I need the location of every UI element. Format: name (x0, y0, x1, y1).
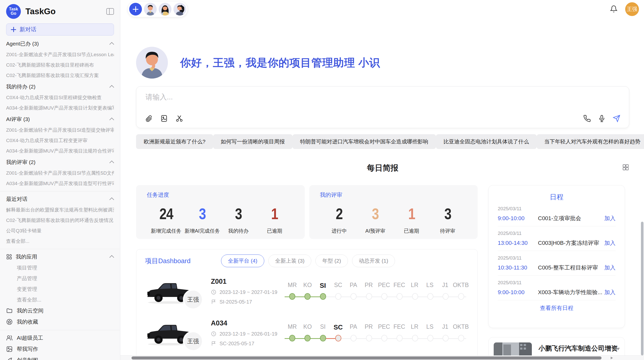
chat-input[interactable] (145, 93, 451, 101)
layout-grid-icon[interactable] (622, 164, 629, 171)
section-header-my-todo[interactable]: 我的待办 (2) (6, 81, 114, 92)
new-chat-button[interactable]: 新对话 (6, 23, 114, 36)
sidebar-item[interactable]: C0X4-动力总成开发项目工程变更评审 (6, 135, 114, 146)
join-button[interactable]: 加入 (604, 215, 616, 222)
schedule-title: 日程 (498, 192, 616, 202)
pen-icon (6, 357, 13, 360)
section-header-my-review[interactable]: 我的评审 (2) (6, 157, 114, 168)
section-header-agent-done[interactable]: Agent已办 (3) (6, 38, 114, 49)
logo-text-top: Task (9, 7, 18, 11)
tab-new-platform[interactable]: 全新平台 (4) (221, 254, 264, 267)
chevron-up-icon[interactable] (109, 117, 114, 122)
suggestion-chip[interactable]: 当下年轻人对汽车外观有怎样的喜好趋势 (537, 134, 644, 149)
member-avatar-3[interactable] (173, 3, 186, 16)
section-header-ai-review[interactable]: AI评审 (3) (6, 114, 114, 125)
milestone-dots (285, 293, 469, 301)
stat-label: 待评审 (440, 228, 455, 234)
chevron-up-icon[interactable] (109, 255, 114, 260)
suggestion-chip[interactable]: 比亚迪全固态电池计划具体说了什么 (436, 134, 537, 149)
sidebar-item[interactable]: C02-飞腾新能源轻客改款项目立项汇报方案 (6, 70, 114, 81)
tab-model-year[interactable]: 年型 (2) (315, 254, 348, 267)
sidebar-header: Task Go TaskGo (6, 4, 114, 19)
suggestion-chip[interactable]: 特朗普可能对进口汽车增税会对中国车企造成哪些影响 (292, 134, 436, 149)
add-member-button[interactable] (129, 3, 142, 16)
sidebar-item[interactable]: A034-全新新能源MUV产品开发项目计划变更表编写 (6, 103, 114, 113)
join-button[interactable]: 加入 (604, 239, 616, 247)
sidebar-item[interactable]: C02-飞腾新能源轻客改款项目里程碑画布 (6, 60, 114, 70)
recent-view-all[interactable]: 查看全部... (6, 236, 114, 246)
scroll-down-arrow[interactable] (616, 348, 620, 350)
event-date: 2025/03/11 (498, 231, 616, 236)
vertical-scrollbar[interactable] (641, 222, 643, 355)
horizontal-scrollbar-track[interactable] (120, 355, 644, 360)
sidebar-item[interactable]: A034-全新新能源MUV产品开发项目造型可行性评审 (6, 178, 114, 189)
sidebar-item-favorites[interactable]: 我的收藏 (6, 316, 114, 327)
project-row-a034[interactable]: 王强 A034 (145, 315, 469, 351)
recent-chat-item[interactable]: C02-飞腾新能源轻客改款项目的闭环通告反馈情况 (6, 215, 114, 226)
sidebar-item-project-mgmt[interactable]: 项目管理 (6, 262, 114, 273)
project-row-z001[interactable]: 王强 Z001 (145, 273, 469, 309)
sidebar-item-product-mgmt[interactable]: 产品管理 (6, 273, 114, 284)
sidebar-item[interactable]: C0X4-动力总成开发项目SI里程碑提交物检查 (6, 92, 114, 103)
recent-chat-item[interactable]: 解释最新出台的欧盟报废车法规再生塑料比例被调至15%... (6, 205, 114, 215)
image-upload-icon[interactable] (160, 115, 168, 122)
chevron-up-icon[interactable] (109, 85, 114, 89)
app-window: Task Go TaskGo 新对话 Agent已办 (3) Z001-全新燃油… (0, 0, 644, 360)
horizontal-scrollbar-thumb[interactable] (131, 356, 602, 359)
topbar: 王强 (120, 0, 644, 18)
sidebar-item-ai-super-staff[interactable]: AI超级员工 (6, 332, 114, 343)
tab-new-body[interactable]: 全新上装 (3) (268, 254, 312, 267)
chevron-up-icon[interactable] (109, 197, 114, 202)
apps-view-all[interactable]: 查看全部... (6, 294, 114, 305)
owner-name: 王强 (187, 337, 199, 345)
attachment-icon[interactable] (145, 115, 153, 122)
event-name: C001-立项审批会 (538, 215, 604, 222)
chevron-up-icon[interactable] (109, 42, 114, 47)
scroll-right-arrow[interactable] (611, 357, 613, 359)
phone-call-icon[interactable] (583, 115, 591, 122)
scissors-icon[interactable] (175, 115, 183, 122)
section-header-recent[interactable]: 最近对话 (6, 193, 114, 205)
project-dates: 2023-12-19 ~ 2027-01-19 (211, 289, 282, 295)
sidebar-item-help-write[interactable]: 帮我写作 (6, 343, 114, 355)
sidebar-item-change-mgmt[interactable]: 变更管理 (6, 284, 114, 294)
suggestion-chip[interactable]: 如何写一份清晰的项目周报 (213, 134, 292, 149)
milestone-track: MR KO SI SC PA PR PEC FEC LR LS (285, 323, 469, 342)
owner-name: 王强 (187, 296, 199, 304)
suggestion-chip[interactable]: 欧洲新规最近颁布了什么? (136, 134, 213, 149)
sidebar-item[interactable]: Z001-全新燃油轻卡产品开发项目SI造型提交物评审 (6, 125, 114, 135)
dashboard-header: 项目Dashboard 全新平台 (4) 全新上装 (3) 年型 (2) 动总开… (145, 254, 469, 267)
sidebar-item[interactable]: Z001-全新燃油皮卡产品开发项目SI节点Lesson Learn报告 (6, 49, 114, 60)
sidebar-item[interactable]: Z001-全新燃油轻卡产品开发项目SI节点属性5D文件评审 (6, 168, 114, 178)
sidebar-item-cloud-space[interactable]: 我的云空间 (6, 305, 114, 316)
section-header-my-apps[interactable]: 我的应用 (6, 251, 114, 262)
member-avatar-1[interactable] (144, 3, 157, 16)
view-all-schedule-link[interactable]: 查看所有日程 (498, 304, 616, 312)
milestone-label: PEC (376, 282, 392, 290)
recent-chat-item[interactable]: 公司Q3轻卡销量 (6, 226, 114, 236)
user-avatar[interactable]: 王强 (625, 2, 639, 16)
microphone-icon[interactable] (598, 115, 606, 122)
topbar-right: 王强 (610, 2, 639, 16)
sidebar-collapse-icon[interactable] (106, 8, 114, 15)
ai-super-staff-label: AI超级员工 (17, 334, 43, 341)
stat-cards-row: 任务进度 24 新增完成任务 3 新增AI完成任务 (136, 185, 478, 239)
join-button[interactable]: 加入 (604, 289, 616, 296)
sidebar-item-creative-draw[interactable]: 创意制图 (6, 355, 114, 360)
send-icon[interactable] (613, 115, 620, 122)
join-button[interactable]: 加入 (604, 264, 616, 272)
clock-icon (211, 289, 216, 295)
dashboard-title: 项目Dashboard (145, 257, 191, 265)
stat-overdue: 1 已逾期 (257, 205, 292, 234)
milestone-dot (458, 293, 464, 300)
stat-ai-prereview: 3 AI预评审 (358, 205, 393, 234)
notification-bell-icon[interactable] (610, 5, 618, 13)
tab-powertrain[interactable]: 动总开发 (1) (352, 254, 395, 267)
creative-draw-label: 创意制图 (17, 357, 38, 360)
sidebar-item[interactable]: A034-全新新能源MUV产品开发项目法规符合性评审 (6, 146, 114, 156)
daily-briefing-title: 每日简报 (136, 163, 629, 173)
event-time: 13:00-14:30 (498, 240, 538, 246)
project-owner-badge: 王强 (183, 331, 203, 351)
chevron-up-icon[interactable] (109, 160, 114, 165)
member-avatar-2[interactable] (159, 3, 171, 16)
